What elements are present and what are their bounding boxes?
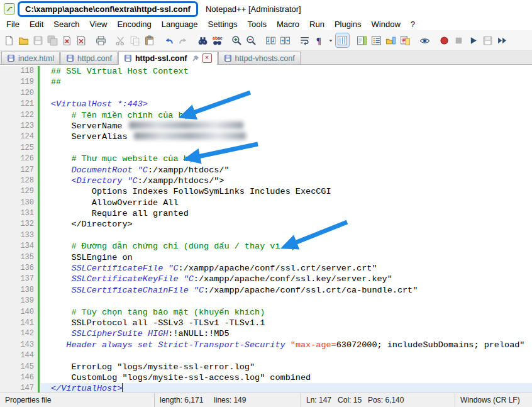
code-line-136[interactable]: 136 SSLCertificateFile "C:/xampp/apache/…: [0, 263, 532, 274]
new-file-icon[interactable]: [3, 33, 16, 47]
tab-httpd-ssl.conf[interactable]: httpd-ssl.conf×: [118, 51, 218, 65]
line-number[interactable]: 140: [8, 307, 37, 318]
line-number[interactable]: 144: [8, 350, 37, 361]
bookmark-margin[interactable]: [0, 66, 8, 77]
line-number[interactable]: 120: [8, 88, 37, 99]
tab-httpd.conf[interactable]: httpd.conf: [60, 52, 118, 64]
line-number[interactable]: 136: [8, 263, 37, 274]
code-line-133[interactable]: 133: [0, 230, 532, 241]
macro-record-icon[interactable]: [438, 33, 451, 47]
bookmark-margin[interactable]: [0, 274, 8, 284]
code-line-129[interactable]: 129 Options Indexes FollowSymLinks Inclu…: [0, 186, 532, 197]
indent-guide-icon[interactable]: [336, 33, 349, 47]
tab-index.html[interactable]: index.html: [1, 52, 60, 64]
code-line-137[interactable]: 137 SSLCertificateKeyFile "C:/xampp/apac…: [0, 274, 532, 284]
menu-item-language[interactable]: Language: [157, 18, 203, 30]
bookmark-margin[interactable]: [0, 208, 8, 219]
file-monitoring-icon[interactable]: [418, 33, 431, 47]
save-file-icon[interactable]: [31, 33, 45, 47]
code-text[interactable]: Require all granted: [41, 208, 532, 219]
line-number[interactable]: 142: [8, 328, 37, 339]
code-line-126[interactable]: 126 # Thư mục website của bạn: [0, 153, 532, 164]
code-line-125[interactable]: 125: [0, 143, 532, 153]
code-line-131[interactable]: 131 Require all granted: [0, 208, 532, 219]
bookmark-margin[interactable]: [0, 165, 8, 176]
code-text[interactable]: ##: [41, 77, 532, 87]
code-line-147[interactable]: 147</VirtualHost>: [0, 383, 532, 393]
menu-item-view[interactable]: View: [85, 18, 113, 30]
code-text[interactable]: # Tên miền chính của bạn: [41, 110, 532, 121]
line-number[interactable]: 133: [8, 230, 37, 241]
code-text[interactable]: # Đường dẫn chứng chỉ (dùng dấu / thay v…: [41, 241, 532, 252]
print-icon[interactable]: [94, 33, 108, 47]
bookmark-margin[interactable]: [0, 328, 8, 339]
bookmark-margin[interactable]: [0, 362, 8, 372]
line-number[interactable]: 129: [8, 186, 37, 197]
code-line-132[interactable]: 132 </Directory>: [0, 219, 532, 230]
find-icon[interactable]: [196, 33, 209, 47]
bookmark-margin[interactable]: [0, 186, 8, 197]
line-number[interactable]: 123: [8, 121, 37, 131]
bookmark-margin[interactable]: [0, 318, 8, 328]
line-number[interactable]: 132: [8, 219, 37, 230]
code-line-134[interactable]: 134 # Đường dẫn chứng chỉ (dùng dấu / th…: [0, 241, 532, 252]
code-line-139[interactable]: 139: [0, 296, 532, 306]
close-all-icon[interactable]: [75, 33, 88, 47]
bookmark-margin[interactable]: [0, 219, 8, 230]
document-list-icon[interactable]: [399, 33, 412, 47]
bookmark-margin[interactable]: [0, 372, 8, 383]
document-map-icon[interactable]: [355, 33, 369, 47]
code-line-127[interactable]: 127 DocumentRoot "C:/xampp/htdocs/": [0, 165, 532, 176]
code-line-144[interactable]: 144: [0, 350, 532, 361]
bookmark-margin[interactable]: [0, 121, 8, 131]
code-text[interactable]: SSLEngine on: [41, 252, 532, 263]
code-text[interactable]: # Tùy chọn tăng bảo mật (khuyến khích): [41, 307, 532, 318]
toolbar-dropdown-icon[interactable]: [327, 33, 335, 47]
bookmark-margin[interactable]: [0, 131, 8, 142]
line-number[interactable]: 143: [8, 340, 37, 350]
line-number[interactable]: 125: [8, 143, 37, 153]
code-text[interactable]: </Directory>: [41, 219, 532, 230]
line-number[interactable]: 145: [8, 362, 37, 372]
line-number[interactable]: 134: [8, 241, 37, 252]
menu-item-macro[interactable]: Macro: [272, 18, 304, 30]
code-line-138[interactable]: 138 SSLCertificateChainFile "C:/xampp/ap…: [0, 285, 532, 296]
line-number[interactable]: 137: [8, 274, 37, 284]
code-text[interactable]: Options Indexes FollowSymLinks Includes …: [41, 186, 532, 197]
bookmark-margin[interactable]: [0, 230, 8, 241]
code-text[interactable]: AllowOverride All: [41, 198, 532, 208]
folder-as-workspace-icon[interactable]: [384, 33, 397, 47]
macro-save-icon[interactable]: [481, 33, 494, 47]
line-number[interactable]: 131: [8, 208, 37, 219]
code-line-140[interactable]: 140 # Tùy chọn tăng bảo mật (khuyến khíc…: [0, 307, 532, 318]
tab-httpd-vhosts.conf[interactable]: httpd-vhosts.conf: [218, 52, 301, 64]
status-eol-format[interactable]: Windows (CR LF): [455, 393, 532, 407]
code-text[interactable]: SSLCertificateFile "C:/xampp/apache/conf…: [41, 263, 532, 274]
line-number[interactable]: 126: [8, 153, 37, 164]
sync-horizontal-scroll-icon[interactable]: [279, 33, 292, 47]
code-text[interactable]: <VirtualHost *:443>: [41, 99, 532, 109]
code-line-121[interactable]: 121<VirtualHost *:443>: [0, 99, 532, 109]
menu-item-run[interactable]: Run: [304, 18, 330, 30]
line-number[interactable]: 139: [8, 296, 37, 306]
macro-run-multiple-icon[interactable]: [496, 33, 509, 47]
code-text[interactable]: [41, 143, 532, 153]
macro-playback-icon[interactable]: [467, 33, 480, 47]
code-text[interactable]: ## SSL Virtual Host Context: [41, 66, 532, 77]
menu-item-tools[interactable]: Tools: [243, 18, 272, 30]
code-text[interactable]: [41, 88, 532, 99]
bookmark-margin[interactable]: [0, 383, 8, 393]
code-text[interactable]: DocumentRoot "C:/xampp/htdocs/": [41, 165, 532, 176]
cut-icon[interactable]: [114, 33, 127, 47]
line-number[interactable]: 118: [8, 66, 37, 77]
code-line-128[interactable]: 128 <Directory "C:/xampp/htdocs/">: [0, 176, 532, 186]
bookmark-margin[interactable]: [0, 340, 8, 350]
bookmark-margin[interactable]: [0, 99, 8, 109]
code-text[interactable]: ServerAlias: [41, 131, 532, 142]
menu-item-search[interactable]: Search: [48, 18, 84, 30]
code-line-146[interactable]: 146 CustomLog "logs/mysite-ssl-access.lo…: [0, 372, 532, 383]
code-text[interactable]: # Thư mục website của bạn: [41, 153, 532, 164]
code-text[interactable]: <Directory "C:/xampp/htdocs/">: [41, 176, 532, 186]
code-text[interactable]: SSLCertificateChainFile "C:/xampp/apache…: [41, 285, 532, 296]
code-text[interactable]: </VirtualHost>: [41, 383, 532, 393]
